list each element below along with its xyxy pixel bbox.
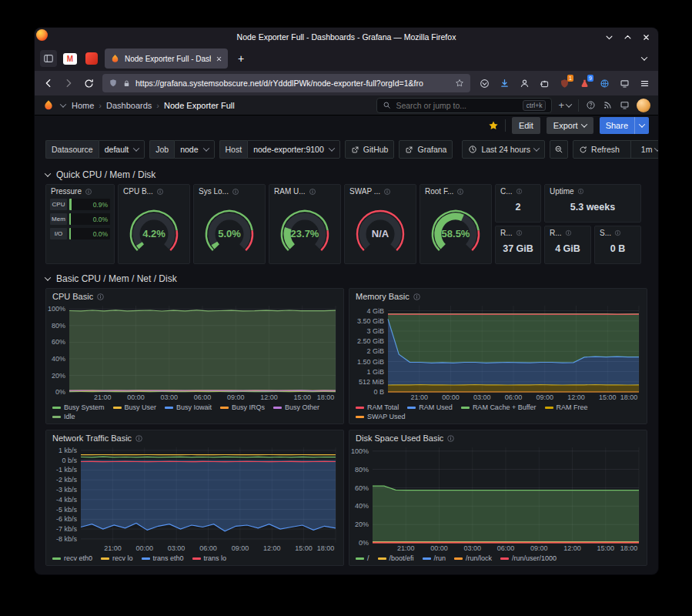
info-icon[interactable] xyxy=(516,188,523,195)
legend-item[interactable]: /run xyxy=(423,554,446,562)
pinned-tab-gmail[interactable]: M xyxy=(62,50,79,67)
container-icon[interactable] xyxy=(595,74,613,92)
refresh-interval-dropdown[interactable]: 1m xyxy=(637,145,658,154)
avatar[interactable] xyxy=(637,99,650,112)
legend-item[interactable]: Busy Other xyxy=(273,403,319,411)
flask-icon[interactable]: 9 xyxy=(575,74,593,92)
panel-title[interactable]: Root F... xyxy=(425,187,453,196)
info-icon[interactable] xyxy=(456,188,464,196)
search-box[interactable]: ctrl+k xyxy=(376,98,552,113)
panel-title[interactable]: RAM U... xyxy=(274,187,306,196)
panel-title[interactable]: Disk Space Used Basic xyxy=(356,434,443,443)
add-icon[interactable]: + xyxy=(558,99,571,111)
link-github-button[interactable]: GitHub xyxy=(345,140,395,159)
legend-item[interactable]: Busy Iowait xyxy=(165,403,212,411)
monitor-icon[interactable] xyxy=(620,100,630,110)
legend-item[interactable]: Busy System xyxy=(52,403,105,411)
info-icon[interactable] xyxy=(446,434,455,443)
tab-close-icon[interactable] xyxy=(216,55,222,62)
info-icon[interactable] xyxy=(309,188,316,196)
lock-icon[interactable] xyxy=(122,79,131,88)
panel-title[interactable]: R... xyxy=(550,229,562,237)
panel-title[interactable]: SWAP ... xyxy=(349,187,380,196)
list-tabs-icon[interactable] xyxy=(636,50,653,67)
legend-item[interactable]: trans eth0 xyxy=(142,554,184,562)
legend-item[interactable]: /boot/efi xyxy=(378,554,414,562)
window-titlebar[interactable]: Node Exporter Full - Dashboards - Grafan… xyxy=(35,28,658,46)
legend-item[interactable]: trans lo xyxy=(192,554,227,562)
maximize-icon[interactable] xyxy=(623,33,632,42)
info-icon[interactable] xyxy=(577,188,584,195)
variable-value-dropdown[interactable]: node-exporter:9100 xyxy=(247,140,340,159)
nav-chevron-icon[interactable] xyxy=(60,101,66,107)
legend-item[interactable]: Busy IRQs xyxy=(220,403,265,411)
url-bar[interactable]: https://grafana.systemsobscure.net/d/rYd… xyxy=(102,74,470,92)
pinned-tab-app[interactable] xyxy=(83,50,100,67)
info-icon[interactable] xyxy=(614,229,621,236)
active-tab[interactable]: Node Exporter Full - Dashbo xyxy=(105,49,228,69)
bookmark-star-icon[interactable] xyxy=(455,79,464,88)
tracking-shield-icon[interactable] xyxy=(109,79,118,88)
panel-title[interactable]: S... xyxy=(600,229,611,237)
account-icon[interactable] xyxy=(515,74,533,92)
pocket-icon[interactable] xyxy=(475,74,493,92)
info-icon[interactable] xyxy=(565,229,572,236)
legend-item[interactable]: recv lo xyxy=(101,554,133,562)
refresh-button[interactable]: Refresh xyxy=(573,145,625,154)
adblock-icon[interactable]: 1 xyxy=(555,74,573,92)
edit-button[interactable]: Edit xyxy=(512,117,540,134)
section-quick-header[interactable]: Quick CPU / Mem / Disk xyxy=(45,165,647,184)
zoom-out-button[interactable] xyxy=(550,140,568,159)
legend-item[interactable]: /run/lock xyxy=(454,554,492,562)
screen-icon[interactable] xyxy=(615,74,633,92)
info-icon[interactable] xyxy=(232,188,239,196)
extensions-icon[interactable] xyxy=(535,74,553,92)
legend-item[interactable]: Busy User xyxy=(113,403,157,411)
info-icon[interactable] xyxy=(135,434,143,443)
panel-title[interactable]: Pressure xyxy=(51,187,82,196)
info-icon[interactable] xyxy=(516,229,523,236)
link-grafana-button[interactable]: Grafana xyxy=(399,140,453,159)
legend-item[interactable]: RAM Used xyxy=(407,403,453,411)
info-icon[interactable] xyxy=(85,188,92,196)
close-icon[interactable] xyxy=(642,33,650,42)
panel-title[interactable]: Uptime xyxy=(550,187,574,196)
legend-item[interactable]: RAM Cache + Buffer xyxy=(461,403,537,411)
share-dropdown-icon[interactable] xyxy=(635,123,649,128)
info-icon[interactable] xyxy=(413,293,421,301)
share-button[interactable]: Share xyxy=(600,117,649,134)
firefox-view-icon[interactable] xyxy=(40,50,57,67)
legend-item[interactable]: SWAP Used xyxy=(356,413,406,420)
info-icon[interactable] xyxy=(96,293,105,301)
time-range-picker[interactable]: Last 24 hours xyxy=(462,140,545,159)
rss-icon[interactable] xyxy=(603,100,613,110)
legend-item[interactable]: / xyxy=(356,554,369,562)
info-icon[interactable] xyxy=(156,188,164,196)
panel-title[interactable]: CPU B... xyxy=(123,187,153,196)
breadcrumb-dashboards[interactable]: Dashboards xyxy=(106,101,152,110)
variable-value-dropdown[interactable]: node xyxy=(174,140,214,159)
grafana-logo[interactable] xyxy=(42,99,55,112)
panel-title[interactable]: Sys Lo... xyxy=(199,187,229,196)
legend-item[interactable]: RAM Free xyxy=(545,403,588,411)
section-basic-header[interactable]: Basic CPU / Mem / Net / Disk xyxy=(45,269,647,288)
panel-title[interactable]: C... xyxy=(500,187,513,196)
new-tab-button[interactable]: + xyxy=(232,50,249,67)
favorite-star-icon[interactable] xyxy=(488,120,499,131)
breadcrumb-home[interactable]: Home xyxy=(72,101,94,110)
help-icon[interactable] xyxy=(586,100,596,110)
panel-title[interactable]: CPU Basic xyxy=(52,292,93,301)
legend-item[interactable]: Idle xyxy=(52,413,75,420)
panel-title[interactable]: Network Traffic Basic xyxy=(52,434,132,443)
export-button[interactable]: Export xyxy=(547,117,593,134)
forward-icon[interactable] xyxy=(59,74,78,92)
variable-value-dropdown[interactable]: default xyxy=(99,140,145,159)
menu-icon[interactable] xyxy=(635,74,654,92)
panel-title[interactable]: Memory Basic xyxy=(356,292,410,301)
info-icon[interactable] xyxy=(383,188,391,196)
search-input[interactable] xyxy=(396,101,517,110)
download-icon[interactable] xyxy=(495,74,513,92)
legend-item[interactable]: recv eth0 xyxy=(52,554,92,562)
minimize-icon[interactable] xyxy=(605,33,613,42)
legend-item[interactable]: /run/user/1000 xyxy=(500,554,557,562)
